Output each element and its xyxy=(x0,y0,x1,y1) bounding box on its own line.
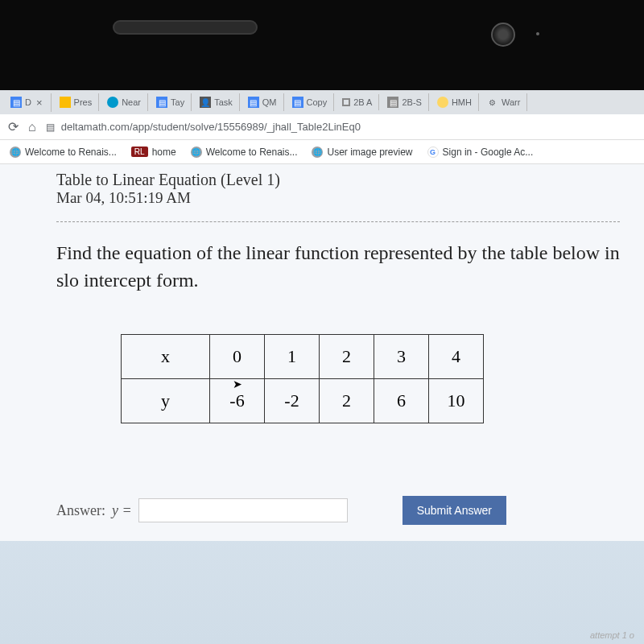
bookmark-label: Welcome to Renais... xyxy=(25,147,117,158)
tab-2ba[interactable]: 2B A xyxy=(336,94,379,110)
tab-label: 2B A xyxy=(353,97,372,107)
y-value: 6 xyxy=(374,379,429,423)
tab-hmh[interactable]: HMH xyxy=(431,93,479,111)
answer-row: Answer: y = Submit Answer xyxy=(56,496,620,525)
question-text: Find the equation of the linear function… xyxy=(56,240,620,294)
tab-d[interactable]: ▤ D × xyxy=(4,93,52,112)
url-text: deltamath.com/app/student/solve/15556989… xyxy=(61,121,361,133)
y-value: -2 xyxy=(265,379,320,423)
lesson-title: Table to Linear Equation (Level 1) xyxy=(56,171,620,189)
bookmark-renais2[interactable]: 🌐 Welcome to Renais... xyxy=(191,147,298,158)
data-table: x 0 1 2 3 4 y ➤-6 -2 2 6 10 xyxy=(121,334,484,423)
home-icon[interactable]: ⌂ xyxy=(28,120,36,134)
url-field[interactable]: ▤ deltamath.com/app/student/solve/155569… xyxy=(46,121,636,133)
attempt-counter: attempt 1 o xyxy=(590,630,634,640)
bookmark-label: Welcome to Renais... xyxy=(206,147,298,158)
table-row: y ➤-6 -2 2 6 10 xyxy=(122,379,484,423)
tab-label: Tay xyxy=(171,97,184,107)
close-icon[interactable]: × xyxy=(35,97,44,109)
tab-task[interactable]: 👤 Task xyxy=(193,93,240,111)
x-value: 4 xyxy=(429,335,484,379)
tab-strip: ▤ D × Pres Near ▤ Tay 👤 Task ▤ QM ▤ Copy xyxy=(0,90,644,114)
speaker-grill xyxy=(113,20,258,35)
rl-badge-icon: RL xyxy=(131,147,148,157)
laptop-bezel xyxy=(0,0,644,90)
tab-label: Near xyxy=(122,97,141,107)
list-icon: ▤ xyxy=(387,97,398,108)
favicon-icon xyxy=(60,97,71,108)
list-icon: ▤ xyxy=(10,97,22,108)
tab-near[interactable]: Near xyxy=(101,93,148,111)
tab-warr[interactable]: ⚙ Warr xyxy=(481,93,527,111)
tab-copy[interactable]: ▤ Copy xyxy=(286,93,335,111)
submit-button[interactable]: Submit Answer xyxy=(402,496,506,525)
tab-label: D xyxy=(25,97,31,107)
camera-led-icon xyxy=(536,32,539,35)
tab-label: Copy xyxy=(307,97,328,107)
bookmark-label: home xyxy=(152,147,176,158)
tab-qm[interactable]: ▤ QM xyxy=(242,93,284,111)
y-value: 10 xyxy=(429,379,484,423)
divider xyxy=(56,221,620,222)
globe-icon: 🌐 xyxy=(312,147,323,158)
tab-label: Pres xyxy=(74,97,93,107)
list-icon: ▤ xyxy=(156,97,167,108)
url-bar: ⟳ ⌂ ▤ deltamath.com/app/student/solve/15… xyxy=(0,114,644,140)
y-header: y xyxy=(122,379,210,423)
x-header: x xyxy=(122,335,210,379)
bookmark-user-image[interactable]: 🌐 User image preview xyxy=(312,147,412,158)
answer-input[interactable] xyxy=(138,498,348,522)
tab-label: HMH xyxy=(452,97,472,107)
bookmark-label: User image preview xyxy=(327,147,412,158)
bookmark-renais1[interactable]: 🌐 Welcome to Renais... xyxy=(10,147,117,158)
x-value: 1 xyxy=(265,335,320,379)
browser-window: ▤ D × Pres Near ▤ Tay 👤 Task ▤ QM ▤ Copy xyxy=(0,90,644,541)
tab-2bs[interactable]: ▤ 2B-S xyxy=(381,93,428,111)
tab-pres[interactable]: Pres xyxy=(53,93,100,111)
tab-label: Warr xyxy=(502,97,520,107)
bookmark-home[interactable]: RL home xyxy=(131,147,176,158)
tab-label: Task xyxy=(214,97,233,107)
answer-label: Answer: xyxy=(56,502,105,519)
timestamp: Mar 04, 10:51:19 AM xyxy=(56,189,620,207)
x-value: 0 xyxy=(210,335,265,379)
tab-label: 2B-S xyxy=(402,97,421,107)
answer-prefix: y = xyxy=(112,502,132,519)
site-info-icon[interactable]: ▤ xyxy=(46,122,55,133)
tab-label: QM xyxy=(262,97,277,107)
x-value: 3 xyxy=(374,335,429,379)
reload-icon[interactable]: ⟳ xyxy=(8,119,19,134)
person-icon: 👤 xyxy=(200,97,211,108)
cursor-icon: ➤ xyxy=(233,378,242,391)
list-icon: ▤ xyxy=(292,97,303,108)
google-icon: G xyxy=(427,147,439,158)
page-content: Table to Linear Equation (Level 1) Mar 0… xyxy=(0,164,644,541)
camera-icon xyxy=(491,23,515,47)
bookmark-google[interactable]: G Sign in - Google Ac... xyxy=(427,147,534,158)
globe-icon: 🌐 xyxy=(191,147,202,158)
y-value: 2 xyxy=(320,379,374,423)
x-value: 2 xyxy=(320,335,374,379)
table-row: x 0 1 2 3 4 xyxy=(122,335,484,379)
bookmark-bar: 🌐 Welcome to Renais... RL home 🌐 Welcome… xyxy=(0,140,644,164)
list-icon: ▤ xyxy=(248,97,259,108)
square-icon xyxy=(342,98,350,106)
hmh-icon xyxy=(437,97,448,108)
nearpod-icon xyxy=(107,97,118,108)
tab-tay[interactable]: ▤ Tay xyxy=(150,93,192,111)
globe-icon: 🌐 xyxy=(10,147,21,158)
gear-icon: ⚙ xyxy=(487,97,498,108)
y-value: ➤-6 xyxy=(210,379,265,423)
bookmark-label: Sign in - Google Ac... xyxy=(443,147,534,158)
